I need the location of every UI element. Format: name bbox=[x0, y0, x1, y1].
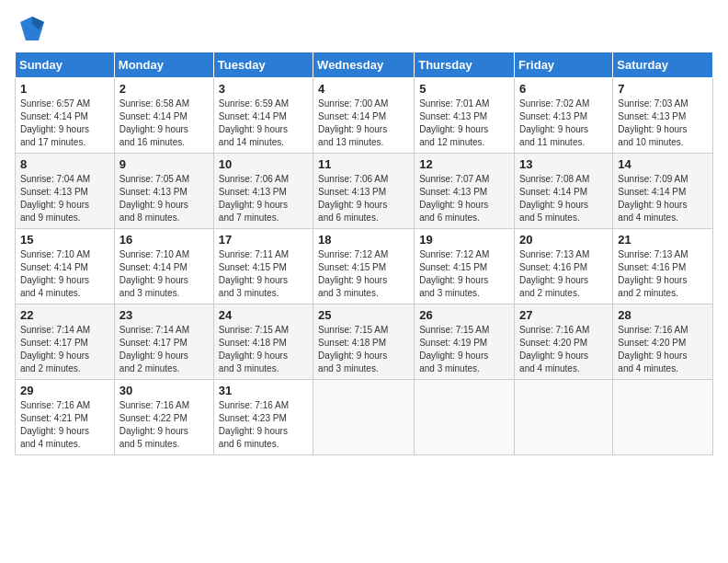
day-info: Sunrise: 7:09 AM Sunset: 4:14 PM Dayligh… bbox=[618, 173, 708, 224]
day-info: Sunrise: 6:57 AM Sunset: 4:14 PM Dayligh… bbox=[20, 98, 109, 149]
day-cell: 8Sunrise: 7:04 AM Sunset: 4:13 PM Daylig… bbox=[16, 154, 115, 229]
day-number: 30 bbox=[119, 384, 209, 397]
day-number: 31 bbox=[219, 384, 308, 397]
day-info: Sunrise: 7:10 AM Sunset: 4:14 PM Dayligh… bbox=[119, 248, 209, 300]
week-row-1: 1Sunrise: 6:57 AM Sunset: 4:14 PM Daylig… bbox=[16, 78, 713, 154]
day-info: Sunrise: 7:15 AM Sunset: 4:18 PM Dayligh… bbox=[219, 324, 308, 375]
day-cell: 16Sunrise: 7:10 AM Sunset: 4:14 PM Dayli… bbox=[114, 229, 213, 304]
calendar: SundayMondayTuesdayWednesdayThursdayFrid… bbox=[15, 52, 713, 455]
day-info: Sunrise: 7:08 AM Sunset: 4:14 PM Dayligh… bbox=[519, 173, 608, 224]
day-info: Sunrise: 7:01 AM Sunset: 4:13 PM Dayligh… bbox=[419, 98, 509, 149]
day-cell: 28Sunrise: 7:16 AM Sunset: 4:20 PM Dayli… bbox=[613, 304, 713, 380]
day-number: 2 bbox=[119, 82, 209, 96]
day-cell: 17Sunrise: 7:11 AM Sunset: 4:15 PM Dayli… bbox=[213, 229, 313, 304]
day-cell: 21Sunrise: 7:13 AM Sunset: 4:16 PM Dayli… bbox=[613, 229, 713, 304]
day-cell: 3Sunrise: 6:59 AM Sunset: 4:14 PM Daylig… bbox=[213, 78, 313, 154]
day-cell: 10Sunrise: 7:06 AM Sunset: 4:13 PM Dayli… bbox=[213, 154, 313, 229]
header-wednesday: Wednesday bbox=[313, 52, 415, 78]
day-info: Sunrise: 7:16 AM Sunset: 4:20 PM Dayligh… bbox=[519, 324, 608, 375]
day-cell bbox=[613, 380, 713, 455]
logo bbox=[15, 15, 46, 42]
day-number: 8 bbox=[20, 157, 109, 171]
day-cell: 26Sunrise: 7:15 AM Sunset: 4:19 PM Dayli… bbox=[415, 304, 515, 380]
day-info: Sunrise: 7:10 AM Sunset: 4:14 PM Dayligh… bbox=[20, 248, 109, 300]
day-info: Sunrise: 7:15 AM Sunset: 4:19 PM Dayligh… bbox=[419, 324, 509, 375]
header-sunday: Sunday bbox=[16, 52, 115, 78]
day-number: 23 bbox=[119, 308, 209, 322]
calendar-body: 1Sunrise: 6:57 AM Sunset: 4:14 PM Daylig… bbox=[16, 78, 713, 455]
day-cell: 7Sunrise: 7:03 AM Sunset: 4:13 PM Daylig… bbox=[613, 78, 713, 154]
day-info: Sunrise: 7:13 AM Sunset: 4:16 PM Dayligh… bbox=[618, 248, 708, 300]
day-cell: 22Sunrise: 7:14 AM Sunset: 4:17 PM Dayli… bbox=[16, 304, 115, 380]
header-tuesday: Tuesday bbox=[213, 52, 313, 78]
day-cell bbox=[415, 380, 515, 455]
day-number: 17 bbox=[219, 233, 308, 247]
day-number: 25 bbox=[318, 308, 409, 322]
day-number: 13 bbox=[519, 157, 608, 171]
day-cell: 20Sunrise: 7:13 AM Sunset: 4:16 PM Dayli… bbox=[515, 229, 613, 304]
day-cell: 1Sunrise: 6:57 AM Sunset: 4:14 PM Daylig… bbox=[16, 78, 115, 154]
day-info: Sunrise: 7:05 AM Sunset: 4:13 PM Dayligh… bbox=[119, 173, 209, 224]
day-number: 12 bbox=[419, 157, 509, 171]
day-cell: 24Sunrise: 7:15 AM Sunset: 4:18 PM Dayli… bbox=[213, 304, 313, 380]
header-monday: Monday bbox=[114, 52, 213, 78]
day-info: Sunrise: 7:14 AM Sunset: 4:17 PM Dayligh… bbox=[119, 324, 209, 375]
day-number: 10 bbox=[219, 157, 308, 171]
day-info: Sunrise: 7:16 AM Sunset: 4:22 PM Dayligh… bbox=[119, 399, 209, 451]
day-number: 26 bbox=[419, 308, 509, 322]
day-number: 7 bbox=[618, 82, 708, 96]
day-info: Sunrise: 6:58 AM Sunset: 4:14 PM Dayligh… bbox=[119, 98, 209, 149]
day-cell: 23Sunrise: 7:14 AM Sunset: 4:17 PM Dayli… bbox=[114, 304, 213, 380]
day-cell bbox=[313, 380, 415, 455]
day-cell: 4Sunrise: 7:00 AM Sunset: 4:14 PM Daylig… bbox=[313, 78, 415, 154]
day-cell: 2Sunrise: 6:58 AM Sunset: 4:14 PM Daylig… bbox=[114, 78, 213, 154]
day-number: 22 bbox=[20, 308, 109, 322]
week-row-5: 29Sunrise: 7:16 AM Sunset: 4:21 PM Dayli… bbox=[16, 380, 713, 455]
day-info: Sunrise: 7:03 AM Sunset: 4:13 PM Dayligh… bbox=[618, 98, 708, 149]
day-number: 5 bbox=[419, 82, 509, 96]
day-info: Sunrise: 7:12 AM Sunset: 4:15 PM Dayligh… bbox=[419, 248, 509, 300]
day-info: Sunrise: 7:06 AM Sunset: 4:13 PM Dayligh… bbox=[318, 173, 409, 224]
header-row: SundayMondayTuesdayWednesdayThursdayFrid… bbox=[16, 52, 713, 78]
day-info: Sunrise: 7:12 AM Sunset: 4:15 PM Dayligh… bbox=[318, 248, 409, 300]
day-number: 29 bbox=[20, 384, 109, 397]
day-number: 9 bbox=[119, 157, 209, 171]
header-saturday: Saturday bbox=[613, 52, 713, 78]
day-number: 14 bbox=[618, 157, 708, 171]
day-cell: 14Sunrise: 7:09 AM Sunset: 4:14 PM Dayli… bbox=[613, 154, 713, 229]
day-number: 16 bbox=[119, 233, 209, 247]
day-cell: 29Sunrise: 7:16 AM Sunset: 4:21 PM Dayli… bbox=[16, 380, 115, 455]
day-cell: 5Sunrise: 7:01 AM Sunset: 4:13 PM Daylig… bbox=[415, 78, 515, 154]
day-cell: 30Sunrise: 7:16 AM Sunset: 4:22 PM Dayli… bbox=[114, 380, 213, 455]
header-friday: Friday bbox=[515, 52, 613, 78]
calendar-header: SundayMondayTuesdayWednesdayThursdayFrid… bbox=[16, 52, 713, 78]
day-cell: 27Sunrise: 7:16 AM Sunset: 4:20 PM Dayli… bbox=[515, 304, 613, 380]
day-info: Sunrise: 7:16 AM Sunset: 4:21 PM Dayligh… bbox=[20, 399, 109, 451]
day-cell: 11Sunrise: 7:06 AM Sunset: 4:13 PM Dayli… bbox=[313, 154, 415, 229]
day-cell: 15Sunrise: 7:10 AM Sunset: 4:14 PM Dayli… bbox=[16, 229, 115, 304]
day-number: 4 bbox=[318, 82, 409, 96]
day-cell: 19Sunrise: 7:12 AM Sunset: 4:15 PM Dayli… bbox=[415, 229, 515, 304]
day-info: Sunrise: 7:02 AM Sunset: 4:13 PM Dayligh… bbox=[519, 98, 608, 149]
day-number: 21 bbox=[618, 233, 708, 247]
day-cell: 9Sunrise: 7:05 AM Sunset: 4:13 PM Daylig… bbox=[114, 154, 213, 229]
day-number: 24 bbox=[219, 308, 308, 322]
day-number: 28 bbox=[618, 308, 708, 322]
day-number: 19 bbox=[419, 233, 509, 247]
day-number: 20 bbox=[519, 233, 608, 247]
day-info: Sunrise: 7:11 AM Sunset: 4:15 PM Dayligh… bbox=[219, 248, 308, 300]
day-info: Sunrise: 7:06 AM Sunset: 4:13 PM Dayligh… bbox=[219, 173, 308, 224]
day-info: Sunrise: 7:16 AM Sunset: 4:23 PM Dayligh… bbox=[219, 399, 308, 451]
day-info: Sunrise: 7:07 AM Sunset: 4:13 PM Dayligh… bbox=[419, 173, 509, 224]
week-row-4: 22Sunrise: 7:14 AM Sunset: 4:17 PM Dayli… bbox=[16, 304, 713, 380]
day-cell: 31Sunrise: 7:16 AM Sunset: 4:23 PM Dayli… bbox=[213, 380, 313, 455]
day-cell: 13Sunrise: 7:08 AM Sunset: 4:14 PM Dayli… bbox=[515, 154, 613, 229]
day-number: 3 bbox=[219, 82, 308, 96]
day-number: 15 bbox=[20, 233, 109, 247]
day-info: Sunrise: 7:14 AM Sunset: 4:17 PM Dayligh… bbox=[20, 324, 109, 375]
day-info: Sunrise: 7:15 AM Sunset: 4:18 PM Dayligh… bbox=[318, 324, 409, 375]
logo-icon bbox=[18, 15, 46, 42]
day-number: 1 bbox=[20, 82, 109, 96]
header-thursday: Thursday bbox=[415, 52, 515, 78]
day-info: Sunrise: 7:16 AM Sunset: 4:20 PM Dayligh… bbox=[618, 324, 708, 375]
